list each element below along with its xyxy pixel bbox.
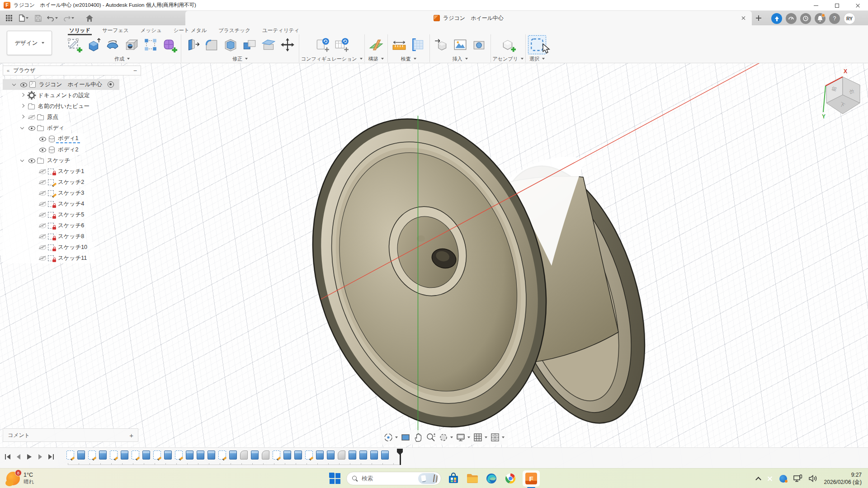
visibility-eye-icon[interactable] [38, 188, 47, 197]
timeline-feature[interactable] [349, 450, 356, 460]
document-tab[interactable]: ラジコン ホイール中心 [185, 11, 752, 25]
visibility-eye-icon[interactable] [38, 134, 47, 143]
tree-node-label[interactable]: スケッチ1 [56, 168, 86, 175]
collapse-panel-icon[interactable]: « [7, 68, 9, 73]
configuration-table-button[interactable] [332, 35, 351, 55]
group-label-inspect[interactable]: 検査 [401, 55, 416, 62]
ribbon-tab[interactable]: プラスチック [212, 26, 256, 34]
chrome-taskbar-button[interactable] [504, 472, 517, 485]
create-form-button[interactable] [160, 35, 179, 55]
expander-icon[interactable] [18, 123, 27, 132]
play-button[interactable] [25, 452, 33, 461]
timeline-feature[interactable] [197, 450, 204, 460]
timeline-feature[interactable] [175, 450, 183, 460]
orbit-button[interactable] [383, 432, 398, 442]
timeline-feature[interactable] [99, 450, 107, 460]
visibility-eye-icon[interactable] [27, 123, 36, 132]
tree-node-label[interactable]: スケッチ4 [56, 200, 86, 208]
tree-row[interactable]: 原点 [3, 112, 66, 122]
tree-node-label[interactable]: スケッチ2 [56, 178, 86, 186]
display-settings-button[interactable] [456, 432, 470, 442]
insert-derive-button[interactable] [432, 35, 451, 55]
network-icon[interactable] [793, 474, 802, 483]
redo-button[interactable] [61, 12, 76, 24]
notifications-button[interactable] [815, 13, 826, 24]
weather-widget[interactable]: 8 1°C 晴れ [0, 472, 34, 485]
speaker-icon[interactable] [809, 475, 818, 482]
explorer-taskbar-button[interactable] [466, 472, 479, 485]
press-pull-button[interactable] [183, 35, 202, 55]
timeline-feature[interactable] [381, 450, 389, 460]
go-to-start-button[interactable] [4, 452, 12, 461]
go-to-end-button[interactable] [47, 452, 55, 461]
timeline-feature[interactable] [338, 450, 345, 460]
group-label-create[interactable]: 作成 [114, 55, 130, 62]
combine-button[interactable] [240, 35, 259, 55]
activate-component-radio[interactable] [108, 81, 114, 88]
tray-close-icon[interactable] [767, 476, 773, 482]
section-analysis-button[interactable] [409, 35, 428, 55]
zoom-button[interactable] [426, 432, 436, 442]
fit-button[interactable] [439, 432, 453, 442]
timeline-feature[interactable] [88, 450, 96, 460]
timeline-feature[interactable] [132, 450, 139, 460]
tree-row[interactable]: スケッチ5 [3, 209, 91, 220]
timeline-feature[interactable] [294, 450, 302, 460]
help-button[interactable]: ? [829, 13, 840, 24]
tree-row[interactable]: スケッチ11 [3, 253, 94, 263]
tray-overflow-chevron[interactable] [756, 476, 761, 481]
close-button[interactable] [847, 0, 868, 11]
ribbon-tab[interactable]: ユーティリティ [256, 26, 305, 34]
viewports-button[interactable] [490, 432, 505, 442]
comment-bar[interactable]: コメント + [3, 428, 138, 442]
ribbon-tab[interactable]: シート メタル [168, 26, 213, 34]
app-grid-button[interactable] [4, 12, 14, 24]
pattern-button[interactable] [141, 35, 160, 55]
ribbon-tab[interactable]: ソリッド [63, 26, 96, 34]
tree-row[interactable]: ボディ2 [3, 144, 85, 155]
tree-row[interactable]: スケッチ6 [3, 220, 91, 231]
group-label-select[interactable]: 選択 [529, 55, 545, 62]
revolve-button[interactable] [103, 35, 122, 55]
step-back-button[interactable] [14, 452, 23, 461]
canvas-button[interactable] [451, 35, 470, 55]
tree-row[interactable]: スケッチ2 [3, 177, 91, 188]
tree-row[interactable]: スケッチ [3, 155, 77, 166]
grid-settings-button[interactable] [473, 432, 487, 442]
fusion-taskbar-button[interactable]: F [523, 470, 540, 487]
expander-icon[interactable] [18, 102, 27, 111]
tree-node-label[interactable]: 原点 [45, 113, 60, 121]
maximize-button[interactable] [826, 0, 847, 11]
timeline-feature[interactable] [164, 450, 172, 460]
visibility-eye-icon[interactable] [38, 210, 47, 219]
timeline-feature[interactable] [110, 450, 118, 460]
visibility-eye-icon[interactable] [19, 80, 28, 89]
new-component-button[interactable] [499, 35, 518, 55]
visibility-eye-icon[interactable] [38, 178, 47, 187]
add-comment-button[interactable]: + [129, 432, 133, 439]
measure-button[interactable] [390, 35, 409, 55]
minimize-panel-icon[interactable]: − [133, 68, 137, 73]
timeline-feature[interactable] [142, 450, 150, 460]
usage-gauge-button[interactable] [786, 13, 797, 24]
tree-row[interactable]: スケッチ1 [3, 166, 91, 177]
group-label-configuration[interactable]: コンフィギュレーション [301, 55, 363, 62]
create-sketch-button[interactable] [65, 35, 84, 55]
tree-row[interactable]: ボディ1 [3, 133, 85, 144]
timeline-feature[interactable] [186, 450, 193, 460]
construct-plane-button[interactable] [367, 35, 386, 55]
start-button[interactable] [329, 473, 341, 484]
home-view-button[interactable] [84, 12, 95, 24]
tree-node-label[interactable]: ボディ1 [56, 135, 80, 143]
expander-icon[interactable] [18, 113, 27, 122]
fillet-button[interactable] [202, 35, 221, 55]
new-tab-button[interactable] [754, 14, 763, 23]
tree-node-label[interactable]: ボディ [45, 124, 66, 132]
tree-node-label[interactable]: スケッチ11 [56, 254, 89, 262]
timeline-feature[interactable] [273, 450, 280, 460]
taskbar-clock[interactable]: 9:27 2026/02/06 (金) [824, 471, 862, 486]
tree-row[interactable]: スケッチ3 [3, 188, 91, 198]
tree-node-label[interactable]: ラジコン ホイール中心 [37, 81, 104, 89]
store-taskbar-button[interactable] [447, 472, 460, 485]
expander-icon[interactable] [10, 80, 19, 89]
